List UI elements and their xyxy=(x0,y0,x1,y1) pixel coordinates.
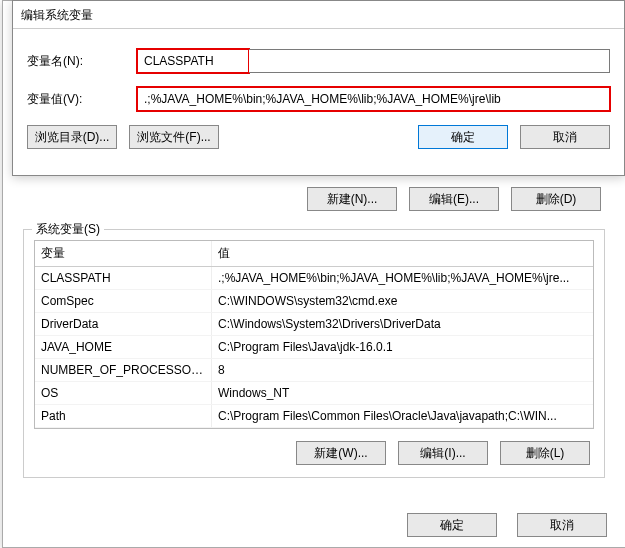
dialog-title: 编辑系统变量 xyxy=(13,1,624,29)
user-vars-buttons: 新建(N)... 编辑(E)... 删除(D) xyxy=(17,179,611,229)
cell-val: C:\Program Files\Java\jdk-16.0.1 xyxy=(211,336,593,358)
system-variables-table[interactable]: 变量 值 CLASSPATH.;%JAVA_HOME%\bin;%JAVA_HO… xyxy=(34,240,594,429)
cancel-button[interactable]: 取消 xyxy=(517,513,607,537)
edit-system-variable-dialog: 编辑系统变量 变量名(N): 变量值(V): 浏览目录(D)... 浏览文件(F… xyxy=(12,0,625,176)
table-row[interactable]: JAVA_HOMEC:\Program Files\Java\jdk-16.0.… xyxy=(35,336,593,359)
table-row[interactable]: ComSpecC:\WINDOWS\system32\cmd.exe xyxy=(35,290,593,313)
system-variables-label: 系统变量(S) xyxy=(32,221,104,238)
edit-user-var-button[interactable]: 编辑(E)... xyxy=(409,187,499,211)
var-name-input[interactable] xyxy=(137,49,249,73)
new-sys-var-button[interactable]: 新建(W)... xyxy=(296,441,386,465)
system-variables-group: 系统变量(S) 变量 值 CLASSPATH.;%JAVA_HOME%\bin;… xyxy=(23,229,605,478)
cell-val: C:\Program Files\Common Files\Oracle\Jav… xyxy=(211,405,593,427)
col-var: 变量 xyxy=(35,241,211,266)
table-row[interactable]: DriverDataC:\Windows\System32\Drivers\Dr… xyxy=(35,313,593,336)
cell-val: C:\Windows\System32\Drivers\DriverData xyxy=(211,313,593,335)
var-value-input[interactable] xyxy=(137,87,610,111)
cell-val: Windows_NT xyxy=(211,382,593,404)
system-vars-buttons: 新建(W)... 编辑(I)... 删除(L) xyxy=(34,429,594,465)
new-user-var-button[interactable]: 新建(N)... xyxy=(307,187,397,211)
cell-var: DriverData xyxy=(35,313,211,335)
dialog-footer: 确定 取消 xyxy=(407,513,607,537)
cell-var: ComSpec xyxy=(35,290,211,312)
table-row[interactable]: PathC:\Program Files\Common Files\Oracle… xyxy=(35,405,593,428)
table-header: 变量 值 xyxy=(35,241,593,267)
delete-user-var-button[interactable]: 删除(D) xyxy=(511,187,601,211)
cell-var: Path xyxy=(35,405,211,427)
col-val: 值 xyxy=(211,241,593,266)
browse-dir-button[interactable]: 浏览目录(D)... xyxy=(27,125,117,149)
cell-var: NUMBER_OF_PROCESSORS xyxy=(35,359,211,381)
cell-var: CLASSPATH xyxy=(35,267,211,289)
var-value-label: 变量值(V): xyxy=(27,91,137,108)
ok-button[interactable]: 确定 xyxy=(407,513,497,537)
cell-var: JAVA_HOME xyxy=(35,336,211,358)
var-name-input-ext[interactable] xyxy=(249,49,610,73)
table-row[interactable]: NUMBER_OF_PROCESSORS8 xyxy=(35,359,593,382)
table-row[interactable]: OSWindows_NT xyxy=(35,382,593,405)
cell-val: .;%JAVA_HOME%\bin;%JAVA_HOME%\lib;%JAVA_… xyxy=(211,267,593,289)
cell-val: 8 xyxy=(211,359,593,381)
edit-cancel-button[interactable]: 取消 xyxy=(520,125,610,149)
edit-ok-button[interactable]: 确定 xyxy=(418,125,508,149)
table-row[interactable]: CLASSPATH.;%JAVA_HOME%\bin;%JAVA_HOME%\l… xyxy=(35,267,593,290)
cell-val: C:\WINDOWS\system32\cmd.exe xyxy=(211,290,593,312)
var-name-label: 变量名(N): xyxy=(27,53,137,70)
browse-file-button[interactable]: 浏览文件(F)... xyxy=(129,125,219,149)
delete-sys-var-button[interactable]: 删除(L) xyxy=(500,441,590,465)
edit-sys-var-button[interactable]: 编辑(I)... xyxy=(398,441,488,465)
cell-var: OS xyxy=(35,382,211,404)
